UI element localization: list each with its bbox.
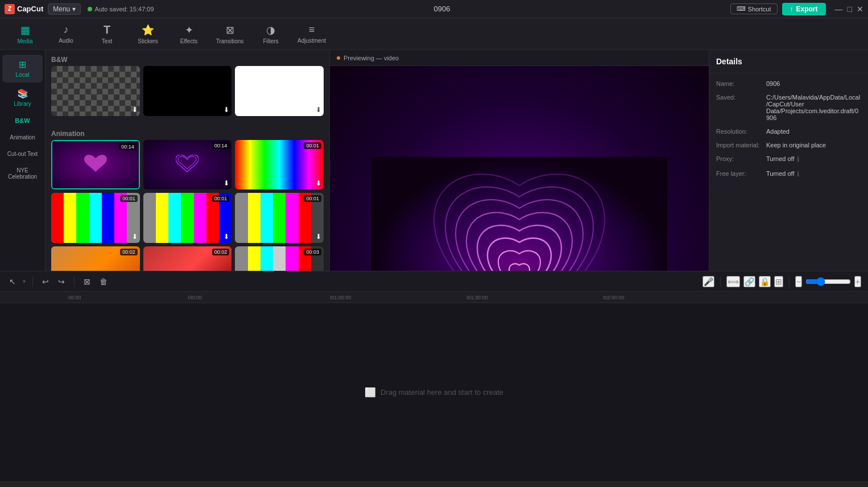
sidebar-item-local[interactable]: ⊞ Local bbox=[2, 55, 43, 82]
tool-media[interactable]: ▦ Media bbox=[5, 19, 46, 49]
thumb-duration: 00:01 bbox=[212, 195, 230, 202]
detail-import-row: Import material: Keep in original place bbox=[716, 142, 861, 148]
saved-label: Saved: bbox=[716, 94, 762, 121]
media-thumb-black[interactable]: ⬇ bbox=[143, 66, 232, 116]
sidebar-item-cutout[interactable]: Cut-out Text bbox=[2, 146, 43, 162]
audio-icon: ♪ bbox=[64, 24, 69, 36]
animation-label: Animation bbox=[10, 134, 35, 141]
close-button[interactable]: ✕ bbox=[857, 5, 863, 14]
stickers-label: Stickers bbox=[138, 38, 158, 44]
adjustment-label: Adjustment bbox=[297, 38, 326, 44]
autosave-text: Auto saved: 15:47:09 bbox=[95, 6, 154, 13]
download-icon[interactable]: ⬇ bbox=[316, 106, 321, 114]
download-icon[interactable]: ⬇ bbox=[316, 179, 321, 187]
media-thumb-heart2[interactable]: 00:14 ⬇ bbox=[143, 140, 232, 190]
download-icon[interactable]: ⬇ bbox=[224, 233, 229, 241]
freelayer-info-icon[interactable]: ℹ bbox=[797, 170, 800, 178]
zoom-out-button[interactable]: − bbox=[795, 276, 802, 287]
shortcut-button[interactable]: ⌨ Shortcut bbox=[730, 3, 778, 14]
keyboard-icon: ⌨ bbox=[737, 5, 746, 13]
separator bbox=[74, 276, 75, 287]
detail-freelayer-row: Free layer: Turned off ℹ bbox=[716, 170, 861, 178]
export-button[interactable]: ↑ Export bbox=[782, 3, 826, 15]
autosave-dot bbox=[88, 7, 92, 11]
delete-button[interactable]: 🗑 bbox=[97, 276, 110, 287]
freelayer-label: Free layer: bbox=[716, 170, 762, 178]
topbar: Z CapCut Menu ▾ Auto saved: 15:47:09 090… bbox=[0, 0, 868, 18]
preview-header: Previewing — video bbox=[330, 50, 709, 66]
sidebar-item-animation[interactable]: Animation bbox=[2, 130, 43, 145]
media-thumb-checkered[interactable]: ⬇ bbox=[51, 66, 140, 116]
detail-proxy-row: Proxy: Turned off ℹ bbox=[716, 155, 861, 163]
saved-value: C:/Users/Malavida/AppData/Local/CapCut/U… bbox=[766, 94, 861, 121]
restore-button[interactable]: □ bbox=[848, 5, 852, 14]
timeline-scrollbar[interactable] bbox=[0, 481, 868, 487]
effects-label: Effects bbox=[180, 38, 197, 44]
drag-area: ⬜ Drag material here and start to create bbox=[365, 303, 503, 481]
app-name: CapCut bbox=[17, 5, 43, 13]
cutout-label: Cut-out Text bbox=[7, 151, 38, 157]
tool-stickers[interactable]: ⭐ Stickers bbox=[127, 19, 168, 49]
sidebar-item-bw[interactable]: B&W bbox=[2, 113, 43, 129]
media-icon: ▦ bbox=[20, 24, 30, 36]
timeline-content[interactable]: ⬜ Drag material here and start to create bbox=[0, 303, 868, 481]
tool-transitions[interactable]: ⊠ Transitions bbox=[209, 19, 250, 49]
main-toolbar: ▦ Media ♪ Audio T Text ⭐ Stickers ✦ Effe… bbox=[0, 18, 868, 50]
split-button[interactable]: ⊠ bbox=[81, 276, 93, 287]
resolution-label: Resolution: bbox=[716, 128, 762, 135]
thumb-duration: 00:01 bbox=[120, 195, 138, 202]
zoom-in-button[interactable]: + bbox=[854, 276, 861, 287]
transitions-label: Transitions bbox=[216, 38, 244, 44]
link-button[interactable]: 🔗 bbox=[743, 276, 755, 287]
transitions-icon: ⊠ bbox=[226, 24, 234, 36]
details-content: Name: 0906 Saved: C:/Users/Malavida/AppD… bbox=[709, 73, 868, 185]
filters-icon: ◑ bbox=[266, 24, 275, 36]
sidebar-item-nye[interactable]: NYE Celebration bbox=[2, 163, 43, 184]
download-icon[interactable]: ⬇ bbox=[132, 233, 138, 241]
media-thumb-white[interactable]: ⬇ bbox=[235, 66, 324, 116]
media-thumb-colorbar3[interactable]: 00:01 ⬇ bbox=[143, 193, 232, 243]
library-icon: 📚 bbox=[17, 88, 28, 99]
autosave-status: Auto saved: 15:47:09 bbox=[88, 6, 154, 13]
separator bbox=[720, 276, 721, 287]
resolution-value: Adapted bbox=[766, 128, 861, 135]
text-icon: T bbox=[104, 23, 110, 36]
tool-filters[interactable]: ◑ Filters bbox=[250, 19, 291, 49]
media-thumb-colorbar4[interactable]: 00:01 ⬇ bbox=[235, 193, 324, 243]
tool-audio[interactable]: ♪ Audio bbox=[46, 19, 86, 49]
preview-dot bbox=[337, 56, 340, 60]
lock-button[interactable]: 🔒 bbox=[759, 276, 771, 287]
drag-text: Drag material here and start to create bbox=[381, 388, 503, 397]
redo-button[interactable]: ↪ bbox=[56, 276, 67, 287]
menu-button[interactable]: Menu ▾ bbox=[48, 3, 80, 15]
media-thumb-heart1[interactable]: 00:14 bbox=[51, 140, 140, 190]
tool-effects[interactable]: ✦ Effects bbox=[168, 19, 209, 49]
thumb-duration: 00:01 bbox=[304, 142, 321, 149]
download-icon[interactable]: ⬇ bbox=[224, 179, 229, 187]
timeline-body: 00:00 I30:00 I01:00:00 I01:30:00 I02:00:… bbox=[0, 292, 868, 481]
name-value: 0906 bbox=[766, 80, 861, 87]
nye-label: NYE Celebration bbox=[5, 167, 40, 180]
shortcut-label: Shortcut bbox=[748, 6, 771, 13]
tool-text[interactable]: T Text bbox=[86, 19, 127, 49]
ruler-marker-2h: I02:00:00 bbox=[603, 295, 625, 300]
snap-button[interactable]: ⟺ bbox=[726, 276, 740, 287]
cursor-tool[interactable]: ↖ bbox=[7, 276, 18, 287]
undo-button[interactable]: ↩ bbox=[40, 276, 51, 287]
detail-name-row: Name: 0906 bbox=[716, 80, 861, 87]
minimize-button[interactable]: — bbox=[835, 5, 843, 14]
mic-button[interactable]: 🎤 bbox=[702, 276, 714, 287]
ruler-marker-30: I30:00 bbox=[188, 295, 202, 300]
sidebar-item-library[interactable]: 📚 Library bbox=[2, 84, 43, 112]
import-label: Import material: bbox=[716, 142, 762, 148]
tool-adjustment[interactable]: ≡ Adjustment bbox=[291, 19, 332, 49]
download-icon[interactable]: ⬇ bbox=[316, 233, 321, 241]
proxy-info-icon[interactable]: ℹ bbox=[797, 155, 800, 163]
grid-button[interactable]: ⊞ bbox=[774, 276, 783, 287]
download-icon[interactable]: ⬇ bbox=[224, 106, 229, 114]
download-icon[interactable]: ⬇ bbox=[132, 106, 138, 114]
media-thumb-colorbar1[interactable]: 00:01 ⬇ bbox=[235, 140, 324, 190]
audio-label: Audio bbox=[59, 38, 73, 44]
zoom-slider[interactable] bbox=[805, 277, 851, 286]
media-thumb-colorbar2[interactable]: 00:01 ⬇ bbox=[51, 193, 140, 243]
